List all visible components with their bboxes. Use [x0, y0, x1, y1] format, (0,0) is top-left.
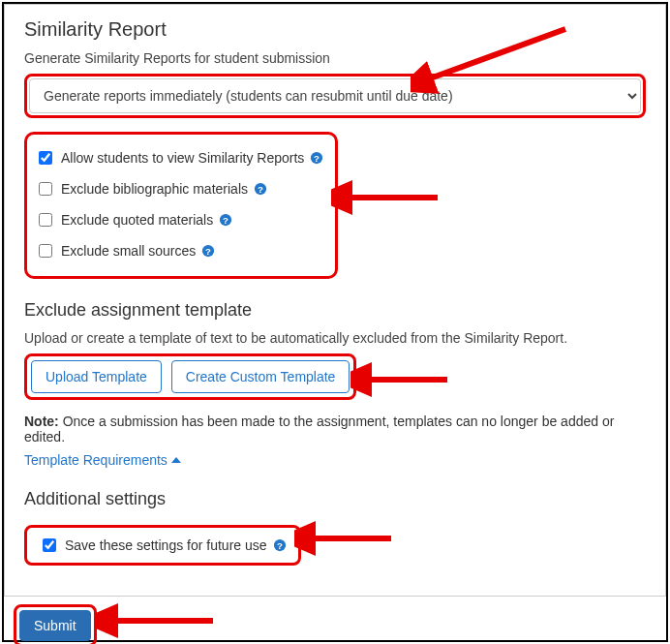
- save-settings-row: Save these settings for future use ?: [35, 534, 290, 557]
- allow-view-checkbox[interactable]: [39, 151, 52, 165]
- save-settings-label: Save these settings for future use: [65, 537, 267, 553]
- save-settings-highlight: Save these settings for future use ?: [24, 525, 301, 566]
- chevron-up-icon: [171, 457, 181, 463]
- help-icon[interactable]: ?: [219, 213, 232, 227]
- exclude-bib-checkbox[interactable]: [39, 182, 52, 196]
- svg-text:?: ?: [205, 246, 211, 257]
- template-buttons-highlight: Upload Template Create Custom Template: [24, 353, 356, 400]
- generate-mode-select[interactable]: Generate reports immediately (students c…: [29, 78, 641, 113]
- similarity-report-heading: Similarity Report: [24, 18, 646, 41]
- template-requirements-link[interactable]: Template Requirements: [24, 452, 181, 468]
- upload-template-button[interactable]: Upload Template: [31, 360, 162, 393]
- allow-view-label: Allow students to view Similarity Report…: [61, 150, 304, 166]
- exclude-bib-label: Exclude bibliographic materials: [61, 181, 248, 197]
- svg-text:?: ?: [258, 184, 263, 195]
- exclude-template-desc: Upload or create a template of text to b…: [24, 330, 646, 346]
- template-note: Note: Once a submission has been made to…: [24, 414, 646, 445]
- help-icon[interactable]: ?: [273, 538, 287, 552]
- exclude-small-row: Exclude small sources ?: [33, 235, 325, 266]
- generate-desc: Generate Similarity Reports for student …: [24, 50, 646, 66]
- create-template-button[interactable]: Create Custom Template: [171, 360, 350, 393]
- submit-highlight: Submit: [14, 604, 97, 644]
- exclude-quoted-checkbox[interactable]: [39, 213, 52, 227]
- help-icon[interactable]: ?: [254, 182, 267, 196]
- exclude-small-label: Exclude small sources: [61, 243, 196, 259]
- svg-text:?: ?: [277, 540, 283, 551]
- note-bold: Note:: [24, 414, 59, 429]
- svg-text:?: ?: [314, 153, 320, 164]
- note-text: Once a submission has been made to the a…: [24, 414, 614, 445]
- additional-settings-heading: Additional settings: [24, 489, 646, 509]
- exclude-bib-row: Exclude bibliographic materials ?: [33, 173, 325, 204]
- exclude-template-heading: Exclude assignment template: [24, 300, 646, 321]
- submit-button[interactable]: Submit: [19, 610, 91, 641]
- allow-view-row: Allow students to view Similarity Report…: [33, 142, 325, 173]
- exclude-quoted-row: Exclude quoted materials ?: [33, 204, 325, 235]
- similarity-options-highlight: Allow students to view Similarity Report…: [24, 132, 338, 279]
- exclude-small-checkbox[interactable]: [39, 244, 52, 258]
- help-icon[interactable]: ?: [201, 244, 215, 258]
- template-requirements-label: Template Requirements: [24, 452, 168, 468]
- generate-select-highlight: Generate reports immediately (students c…: [24, 74, 646, 118]
- help-icon[interactable]: ?: [310, 151, 323, 165]
- save-settings-checkbox[interactable]: [43, 538, 56, 552]
- svg-text:?: ?: [223, 215, 228, 226]
- exclude-quoted-label: Exclude quoted materials: [61, 212, 213, 228]
